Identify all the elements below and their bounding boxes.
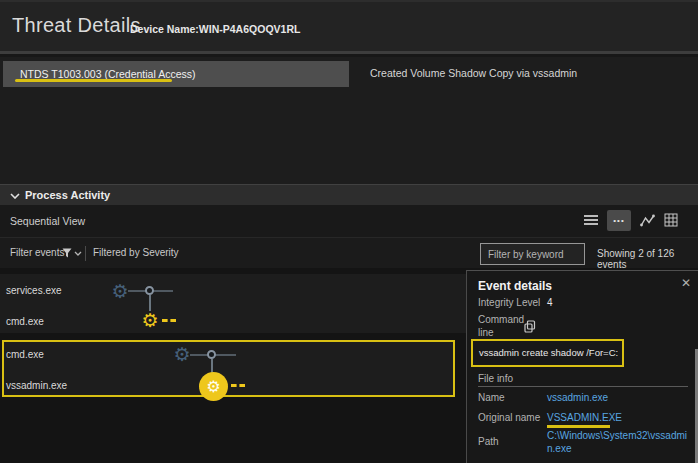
process-label: vssadmin.exe [6, 380, 67, 391]
process-label: cmd.exe [6, 349, 44, 360]
filter-events-button[interactable]: Filter events [10, 247, 64, 258]
process-node-dot[interactable] [207, 350, 216, 359]
event-details-title: Event details [478, 279, 552, 293]
sequential-view-canvas: services.exe cmd.exe ⚙ ⚙ cmd.exe vssadmi… [0, 268, 698, 463]
process-label: cmd.exe [6, 316, 44, 327]
view-toolbar: Sequential View ••• [0, 205, 698, 237]
sequential-view-ellipsis-button[interactable]: ••• [607, 210, 631, 231]
threat-tab-band: NTDS T1003.003 (Credential Access) Creat… [0, 57, 698, 184]
annotation-highlight-box-event-card-cmd-vssadmin[interactable] [2, 340, 455, 397]
process-branch-line [149, 295, 151, 311]
process-activity-title: Process Activity [25, 189, 110, 201]
original-name-value[interactable]: VSSADMIN.EXE [547, 412, 622, 423]
file-info-section-title: File info [478, 373, 513, 384]
grid-view-icon[interactable] [664, 213, 678, 227]
process-activity-section-header[interactable]: Process Activity [0, 184, 698, 205]
process-tree-view-icon[interactable] [640, 214, 655, 227]
process-continues-dashes [231, 384, 245, 387]
tab-ntds-credential-access[interactable]: NTDS T1003.003 (Credential Access) [3, 61, 349, 87]
process-node-dot[interactable] [145, 286, 154, 295]
command-line-label: Command line [478, 313, 530, 339]
file-name-label: Name [478, 392, 505, 403]
selected-process-gear-icon[interactable]: ⚙ [199, 372, 228, 401]
process-label: services.exe [6, 285, 62, 296]
copy-icon[interactable] [524, 320, 536, 333]
filtered-by-severity-label: Filtered by Severity [93, 247, 179, 258]
process-continues-dashes [162, 319, 176, 322]
threat-description: Created Volume Shadow Copy via vssadmin [370, 67, 577, 79]
threat-details-screen: Threat Details Device Name:WIN-P4A6QOQV1… [0, 0, 698, 463]
integrity-level-value: 4 [547, 297, 553, 308]
path-label: Path [478, 436, 499, 447]
parent-process-gear-icon[interactable]: ⚙ [109, 281, 131, 303]
filter-divider [85, 246, 86, 261]
filter-bar: Filter events Filtered by Severity Showi… [0, 237, 698, 268]
funnel-icon[interactable] [62, 248, 72, 258]
filter-chevron-down-icon[interactable] [74, 251, 82, 256]
process-branch-line [211, 359, 213, 373]
path-value[interactable]: C:\Windows\System32\vssadmin.exe [547, 429, 689, 455]
header: Threat Details Device Name:WIN-P4A6QOQV1… [0, 0, 698, 54]
chevron-down-icon [10, 193, 20, 199]
child-process-gear-icon[interactable]: ⚙ [139, 310, 161, 332]
integrity-level-label: Integrity Level [478, 297, 540, 308]
file-info-separator [478, 386, 688, 387]
list-view-icon[interactable] [584, 214, 598, 226]
device-name: Device Name:WIN-P4A6QOQV1RL [130, 23, 300, 35]
file-name-value[interactable]: vssadmin.exe [547, 392, 608, 403]
event-details-panel: Event details ✕ Integrity Level 4 Comman… [466, 270, 698, 463]
annotation-highlight-box-command-line-value[interactable]: vssadmin create shadow /For=C: [471, 339, 624, 367]
original-name-label: Original name [478, 412, 540, 423]
keyword-filter-input[interactable] [480, 243, 585, 265]
page-title: Threat Details [12, 14, 141, 37]
events-count-label: Showing 2 of 126 events [597, 248, 698, 270]
annotation-tab-underline [15, 79, 172, 82]
annotation-original-name-underline [547, 425, 610, 428]
close-icon[interactable]: ✕ [681, 276, 691, 290]
view-mode-label: Sequential View [10, 215, 85, 227]
event-card-services-cmd[interactable] [0, 274, 466, 333]
